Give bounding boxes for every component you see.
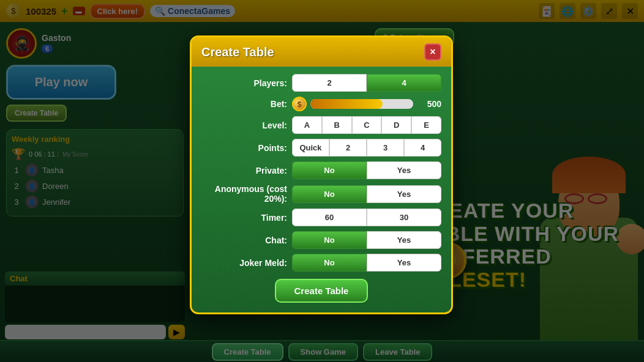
players-option-4[interactable]: 4 [367,74,441,92]
level-options: A B C D E [292,116,441,134]
bet-value: 500 [417,99,441,109]
chat-options: No Yes [292,231,441,249]
bet-row: Bet: $ 500 [201,97,441,111]
anonymous-option-yes[interactable]: Yes [367,185,441,203]
players-option-2[interactable]: 2 [292,74,367,92]
points-option-4[interactable]: 4 [404,139,441,157]
private-label: Private: [201,166,287,175]
level-option-c[interactable]: C [352,116,382,134]
bet-controls: $ 500 [292,97,441,111]
modal-header: Create Table × [192,37,451,67]
anonymous-options: No Yes [292,185,441,203]
private-row: Private: No Yes [201,161,441,179]
level-option-e[interactable]: E [411,116,441,134]
modal-title: Create Table [201,45,274,59]
joker-meld-options: No Yes [292,254,441,272]
anonymous-option-no[interactable]: No [292,185,367,203]
chat-setting-label: Chat: [201,235,287,245]
players-label: Players: [201,78,287,88]
timer-options: 60 30 [292,209,441,226]
level-row: Level: A B C D E [201,116,441,134]
points-option-3[interactable]: 3 [367,139,404,157]
modal-body: Players: 2 4 Bet: $ 500 Level [192,67,451,272]
anonymous-label: Anonymous (cost 20%): [201,184,287,204]
points-options: Quick 2 3 4 [292,139,441,157]
anonymous-row: Anonymous (cost 20%): No Yes [201,184,441,204]
level-label: Level: [201,120,287,130]
bet-coin-icon: $ [292,97,307,111]
chat-row: Chat: No Yes [201,231,441,249]
bet-label: Bet: [201,99,287,109]
timer-label: Timer: [201,213,287,223]
level-option-b[interactable]: B [322,116,352,134]
timer-row: Timer: 60 30 [201,209,441,226]
points-row: Points: Quick 2 3 4 [201,139,441,157]
modal-close-button[interactable]: × [424,43,441,61]
points-label: Points: [201,143,287,153]
modal-footer: Create Table [192,279,451,303]
private-option-no[interactable]: No [292,161,367,179]
bet-slider[interactable] [310,99,413,109]
joker-meld-option-yes[interactable]: Yes [367,254,441,272]
level-option-d[interactable]: D [381,116,411,134]
level-option-a[interactable]: A [292,116,322,134]
modal-overlay: Create Table × Players: 2 4 Bet: $ [0,0,644,362]
bet-slider-fill [310,99,383,109]
timer-option-30[interactable]: 30 [367,209,441,226]
joker-meld-option-no[interactable]: No [292,254,367,272]
chat-option-yes[interactable]: Yes [367,231,441,249]
timer-option-60[interactable]: 60 [292,209,367,226]
create-table-modal: Create Table × Players: 2 4 Bet: $ [190,35,453,314]
points-option-quick[interactable]: Quick [292,139,329,157]
private-options: No Yes [292,161,441,179]
joker-meld-row: Joker Meld: No Yes [201,254,441,272]
players-row: Players: 2 4 [201,74,441,92]
create-table-confirm-button[interactable]: Create Table [275,279,369,303]
private-option-yes[interactable]: Yes [367,161,441,179]
joker-meld-label: Joker Meld: [201,258,287,268]
players-options: 2 4 [292,74,441,92]
chat-option-no[interactable]: No [292,231,367,249]
points-option-2[interactable]: 2 [329,139,367,157]
